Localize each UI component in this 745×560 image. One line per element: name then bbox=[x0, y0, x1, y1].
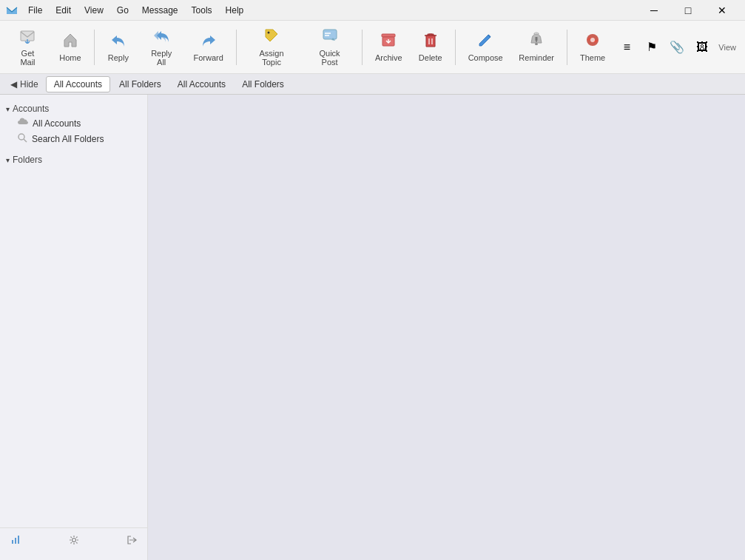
cloud-icon bbox=[18, 118, 28, 129]
window-controls: ─ □ ✕ bbox=[637, 0, 739, 21]
home-label: Home bbox=[59, 53, 81, 62]
separator-5 bbox=[567, 30, 567, 65]
separator-4 bbox=[455, 30, 456, 65]
theme-button[interactable]: Theme bbox=[573, 24, 613, 71]
theme-label: Theme bbox=[580, 53, 605, 62]
flag-button[interactable]: ⚑ bbox=[640, 36, 664, 59]
quicktab-all-accounts-2[interactable]: All Accounts bbox=[170, 77, 233, 92]
accounts-section-label: Accounts bbox=[13, 104, 49, 114]
titlebar-left: File Edit View Go Message Tools Help bbox=[6, 4, 249, 17]
reply-all-button[interactable]: Reply All bbox=[139, 24, 184, 71]
menu-go[interactable]: Go bbox=[111, 4, 135, 17]
delete-button[interactable]: Delete bbox=[412, 24, 449, 71]
menu-view[interactable]: View bbox=[78, 4, 109, 17]
list-view-button[interactable]: ≡ bbox=[615, 36, 638, 59]
attachment-button[interactable]: 📎 bbox=[665, 36, 689, 59]
forward-button[interactable]: Forward bbox=[187, 24, 230, 71]
menu-tools[interactable]: Tools bbox=[186, 4, 218, 17]
folders-section-label: Folders bbox=[13, 155, 42, 165]
quicktab-all-folders-1[interactable]: All Folders bbox=[112, 77, 169, 92]
assign-topic-button[interactable]: Assign Topic bbox=[243, 24, 300, 71]
compose-icon bbox=[477, 32, 493, 50]
home-button[interactable]: Home bbox=[53, 24, 88, 71]
separator-1 bbox=[94, 30, 95, 65]
hide-button[interactable]: ◀ Hide bbox=[4, 77, 44, 92]
svg-point-7 bbox=[536, 41, 537, 42]
svg-rect-3 bbox=[382, 34, 395, 37]
reply-icon bbox=[110, 32, 127, 50]
quick-post-button[interactable]: Quick Post bbox=[303, 24, 356, 71]
search-icon bbox=[18, 133, 27, 145]
quick-post-icon bbox=[322, 27, 338, 46]
toolbar: Get Mail Home Reply Reply All bbox=[0, 21, 745, 74]
toolbar-right: ≡ ⚑ 📎 🖼 View bbox=[615, 36, 739, 59]
sidebar-bottom bbox=[0, 527, 147, 554]
reply-button[interactable]: Reply bbox=[101, 24, 136, 71]
get-mail-button[interactable]: Get Mail bbox=[6, 24, 50, 71]
titlebar: File Edit View Go Message Tools Help ─ □… bbox=[0, 0, 745, 21]
forward-icon bbox=[200, 32, 217, 50]
all-accounts-item[interactable]: All Accounts bbox=[0, 115, 147, 131]
accounts-section-header[interactable]: ▾ Accounts bbox=[0, 101, 147, 115]
folders-chevron-icon: ▾ bbox=[6, 156, 10, 164]
folders-section-header[interactable]: ▾ Folders bbox=[0, 152, 147, 166]
search-all-folders-label: Search All Folders bbox=[32, 134, 104, 144]
home-icon bbox=[62, 32, 78, 50]
hide-arrow-icon: ◀ bbox=[10, 79, 17, 90]
reply-all-icon bbox=[153, 27, 169, 46]
quicktab-all-folders-2[interactable]: All Folders bbox=[235, 77, 291, 92]
reminder-label: Reminder bbox=[519, 53, 554, 62]
sidebar-stats-button[interactable] bbox=[7, 533, 24, 549]
all-accounts-label: All Accounts bbox=[33, 118, 81, 129]
separator-3 bbox=[362, 30, 363, 65]
titlebar-menu: File Edit View Go Message Tools Help bbox=[22, 4, 249, 17]
compose-button[interactable]: Compose bbox=[462, 24, 510, 71]
hide-label: Hide bbox=[20, 79, 38, 90]
svg-point-9 bbox=[590, 38, 595, 42]
svg-point-10 bbox=[18, 134, 24, 140]
get-mail-icon bbox=[19, 27, 36, 46]
sidebar: ▾ Accounts All Accounts Search All Folde… bbox=[0, 95, 148, 560]
reply-all-label: Reply All bbox=[146, 49, 177, 67]
forward-label: Forward bbox=[194, 53, 223, 62]
archive-label: Archive bbox=[375, 53, 402, 62]
accounts-chevron-icon: ▾ bbox=[6, 105, 10, 113]
get-mail-label: Get Mail bbox=[13, 49, 42, 67]
quicktabs-bar: ◀ Hide All Accounts All Folders All Acco… bbox=[0, 74, 745, 95]
search-all-folders-item[interactable]: Search All Folders bbox=[0, 131, 147, 147]
reply-label: Reply bbox=[108, 53, 129, 62]
image-button[interactable]: 🖼 bbox=[690, 36, 714, 59]
reminder-button[interactable]: Reminder bbox=[513, 24, 561, 71]
svg-rect-6 bbox=[536, 37, 538, 41]
svg-rect-2 bbox=[323, 30, 337, 39]
maximize-button[interactable]: □ bbox=[671, 0, 705, 21]
close-button[interactable]: ✕ bbox=[705, 0, 739, 21]
compose-label: Compose bbox=[468, 53, 503, 62]
svg-point-1 bbox=[268, 32, 270, 34]
archive-button[interactable]: Archive bbox=[368, 24, 409, 71]
theme-icon bbox=[584, 32, 601, 50]
app-icon bbox=[6, 4, 18, 16]
menu-file[interactable]: File bbox=[22, 4, 48, 17]
delete-icon bbox=[422, 32, 439, 50]
view-label: View bbox=[715, 43, 739, 52]
main-area: ▾ Accounts All Accounts Search All Folde… bbox=[0, 95, 745, 560]
delete-label: Delete bbox=[419, 53, 442, 62]
svg-point-11 bbox=[72, 539, 75, 542]
menu-help[interactable]: Help bbox=[220, 4, 250, 17]
menu-edit[interactable]: Edit bbox=[50, 4, 77, 17]
svg-rect-5 bbox=[535, 43, 538, 45]
assign-topic-icon bbox=[263, 27, 280, 46]
menu-message[interactable]: Message bbox=[136, 4, 184, 17]
reminder-icon bbox=[528, 32, 545, 50]
sidebar-settings-button[interactable] bbox=[66, 533, 82, 549]
content-area bbox=[148, 95, 745, 560]
assign-topic-label: Assign Topic bbox=[250, 49, 293, 67]
archive-icon bbox=[380, 32, 397, 50]
minimize-button[interactable]: ─ bbox=[637, 0, 671, 21]
quicktab-all-accounts-1[interactable]: All Accounts bbox=[46, 76, 110, 92]
separator-2 bbox=[236, 30, 237, 65]
sidebar-signout-button[interactable] bbox=[124, 533, 140, 549]
quick-post-label: Quick Post bbox=[311, 49, 348, 67]
